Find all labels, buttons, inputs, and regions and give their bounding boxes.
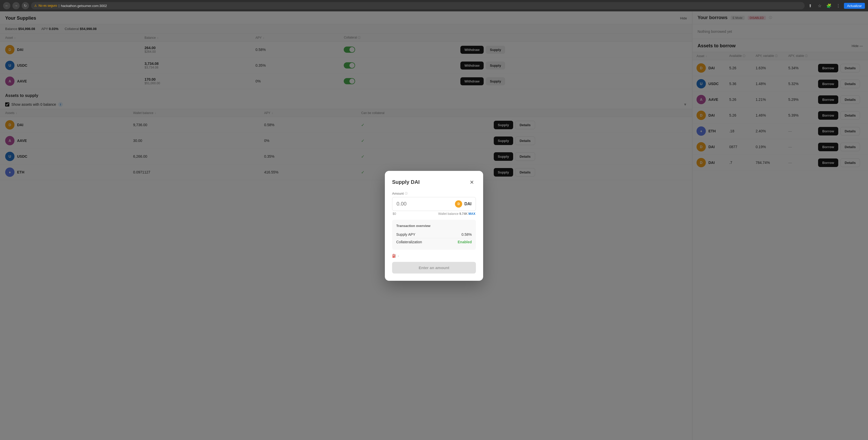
- modal-title: Supply DAI: [392, 179, 420, 185]
- collateralization-row: Collateralization Enabled: [396, 238, 472, 246]
- supply-apy-row: Supply APY 0.58%: [396, 231, 472, 238]
- url-text: hackathon.getsumer.com:3002: [61, 4, 107, 8]
- modal-close-button[interactable]: ✕: [468, 178, 476, 186]
- gas-row: ⛽ -: [392, 254, 476, 258]
- gas-icon: ⛽: [392, 254, 396, 258]
- browser-actions: ⬆ ☆ 🧩 ⋮ Actualizar: [807, 2, 865, 9]
- max-button[interactable]: MAX: [468, 212, 475, 216]
- dai-icon: D: [455, 200, 462, 208]
- extensions-icon[interactable]: 🧩: [825, 2, 833, 9]
- modal-header: Supply DAI ✕: [392, 178, 476, 186]
- wallet-balance-row: $0 Wallet balance 9.74K MAX: [392, 212, 476, 216]
- forward-btn[interactable]: →: [12, 2, 20, 9]
- supply-dai-modal: Supply DAI ✕ Amount ⓘ D DAI $0 Wallet ba…: [385, 171, 483, 281]
- url-bar[interactable]: ⚠ No es seguro | hackathon.getsumer.com:…: [31, 2, 805, 9]
- amount-input-wrapper: D DAI: [392, 197, 476, 211]
- security-warning-icon: ⚠: [34, 4, 37, 7]
- gas-value: -: [398, 254, 399, 258]
- menu-icon[interactable]: ⋮: [835, 2, 842, 9]
- reload-btn[interactable]: ↻: [22, 2, 29, 9]
- back-btn[interactable]: ←: [3, 2, 10, 9]
- share-icon[interactable]: ⬆: [807, 2, 814, 9]
- amount-label: Amount ⓘ: [392, 192, 476, 195]
- amount-info-icon: ⓘ: [405, 192, 408, 195]
- modal-overlay[interactable]: Supply DAI ✕ Amount ⓘ D DAI $0 Wallet ba…: [0, 11, 868, 440]
- usd-value: $0: [393, 212, 396, 216]
- collateralization-value: Enabled: [458, 240, 472, 244]
- wallet-balance-info: Wallet balance 9.74K MAX: [438, 212, 475, 216]
- actualizar-button[interactable]: Actualizar: [844, 3, 865, 9]
- asset-symbol-label: DAI: [464, 202, 471, 206]
- collateralization-label: Collateralization: [396, 240, 422, 244]
- supply-apy-label: Supply APY: [396, 232, 415, 237]
- star-icon[interactable]: ☆: [816, 2, 823, 9]
- transaction-overview-title: Transaction overview: [396, 224, 472, 228]
- submit-button[interactable]: Enter an amount: [392, 262, 476, 274]
- browser-bar: ← → ↻ ⚠ No es seguro | hackathon.getsume…: [0, 0, 868, 11]
- supply-apy-value: 0.58%: [461, 232, 472, 237]
- no-seguro-label: No es seguro: [38, 4, 57, 7]
- transaction-overview: Transaction overview Supply APY 0.58% Co…: [392, 220, 476, 250]
- amount-input[interactable]: [397, 201, 428, 207]
- asset-tag: D DAI: [455, 200, 471, 208]
